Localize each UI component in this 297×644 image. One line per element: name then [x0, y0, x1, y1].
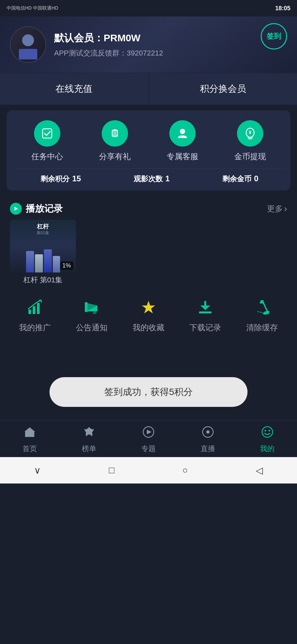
feature-icons: 任务中心 分享有礼 专属客服: [13, 120, 284, 162]
sys-back-btn[interactable]: ∨: [34, 465, 41, 476]
sys-nav: ∨ □ ○ ◁: [0, 457, 297, 483]
svg-marker-12: [15, 207, 18, 211]
live-icon: [202, 426, 214, 441]
svg-marker-32: [147, 430, 151, 434]
history-header: 播放记录 更多 ›: [0, 196, 297, 220]
gold-label-stat: 剩余金币0: [220, 174, 258, 184]
svg-rect-8: [112, 135, 118, 137]
favorite-icon: [140, 300, 157, 318]
sys-circle-btn[interactable]: ○: [182, 465, 188, 476]
feature-grid: 任务中心 分享有礼 专属客服: [7, 110, 290, 191]
feedback-label: APP测试交流反馈群：392072212: [54, 48, 287, 58]
svg-point-0: [22, 34, 34, 46]
svg-rect-21: [199, 311, 212, 313]
clear-icon: [254, 300, 270, 318]
status-bar: 中国电信HD 中国联通HD 18:05: [0, 0, 297, 17]
nav-bar: 首页 榜单 专题 直播: [0, 420, 297, 457]
task-icon: [41, 127, 54, 140]
gold-icon: ¥: [244, 127, 257, 140]
progress-badge-0: 1%: [60, 262, 73, 270]
nav-home-label: 首页: [22, 444, 37, 454]
service-label: 专属客服: [167, 151, 198, 162]
toast-container: 签到成功，获得5积分: [0, 367, 297, 420]
svg-point-9: [180, 129, 185, 134]
gold-label: 金币提现: [234, 151, 266, 162]
svg-text:¥: ¥: [249, 130, 251, 135]
feature-stats: 剩余积分15 观影次数1 剩余金币0: [13, 168, 284, 184]
notice-icon: [83, 300, 100, 318]
nav-home[interactable]: 首页: [22, 426, 37, 454]
notice-label: 公告通知: [76, 322, 108, 333]
mine-icon: [261, 426, 274, 441]
profile-area: 默认会员：PRM0W APP测试交流反馈群：392072212 签到: [0, 17, 297, 73]
nav-ranking-label: 榜单: [82, 444, 96, 454]
more-link[interactable]: 更多 ›: [267, 203, 287, 214]
menu-download[interactable]: 下载记录: [189, 300, 221, 333]
nav-live-label: 直播: [201, 444, 215, 454]
avatar-image: [13, 30, 43, 59]
checkin-button[interactable]: 签到: [261, 23, 287, 50]
task-label: 任务中心: [31, 151, 63, 162]
stat-gold: 剩余金币0: [220, 174, 258, 184]
play-icon: [10, 203, 22, 215]
nav-topic-label: 专题: [141, 444, 156, 454]
nav-mine[interactable]: 我的: [260, 426, 275, 454]
menu-clear[interactable]: 清除缓存: [246, 300, 278, 333]
svg-point-35: [262, 427, 273, 437]
avatar: [10, 26, 46, 63]
action-buttons: 在线充值 积分换会员: [0, 73, 297, 105]
stat-points: 剩余积分15: [39, 174, 81, 184]
svg-rect-24: [260, 300, 264, 302]
share-icon: [108, 127, 121, 140]
feature-gold[interactable]: ¥ 金币提现: [234, 120, 266, 162]
promote-label: 我的推广: [19, 322, 51, 333]
sys-home-btn[interactable]: □: [109, 465, 115, 476]
menu-notice[interactable]: 公告通知: [76, 300, 108, 333]
video-list: 杠杆 第01集 1% 杠杆 第01集: [0, 220, 297, 292]
video-title-0: 杠杆 第01集: [10, 275, 76, 285]
home-icon: [23, 426, 36, 441]
profile-info: 默认会员：PRM0W APP测试交流反馈群：392072212: [54, 31, 287, 58]
sys-close-btn[interactable]: ◁: [256, 465, 263, 476]
menu-favorite[interactable]: 我的收藏: [133, 300, 164, 333]
svg-point-36: [265, 430, 266, 432]
nav-mine-label: 我的: [260, 444, 275, 454]
nav-live[interactable]: 直播: [201, 426, 215, 454]
exchange-button[interactable]: 积分换会员: [149, 73, 297, 104]
nav-topic[interactable]: 专题: [141, 426, 156, 454]
views-label: 观影次数1: [132, 174, 170, 184]
video-card-0[interactable]: 杠杆 第01集 1% 杠杆 第01集: [10, 220, 76, 285]
svg-rect-3: [43, 129, 52, 138]
bottom-menu: 我的推广 公告通知 我的收藏 下载记录: [0, 292, 297, 341]
promote-icon: [27, 300, 43, 318]
recharge-button[interactable]: 在线充值: [0, 73, 148, 104]
avatar-wrap: [10, 26, 46, 63]
gold-icon-circle: ¥: [237, 120, 263, 147]
points-label: 剩余积分15: [39, 174, 81, 184]
video-thumb-0: 杠杆 第01集 1%: [10, 220, 76, 272]
nav-ranking[interactable]: 榜单: [82, 426, 96, 454]
status-carrier: 中国电信HD 中国联通HD: [7, 5, 58, 11]
svg-rect-15: [37, 303, 40, 314]
service-icon: [176, 127, 189, 140]
feature-service[interactable]: 专属客服: [167, 120, 198, 162]
menu-promote[interactable]: 我的推广: [19, 300, 51, 333]
download-label: 下载记录: [189, 322, 221, 333]
toast-message: 签到成功，获得5积分: [50, 377, 248, 407]
svg-rect-5: [113, 129, 117, 131]
svg-marker-23: [200, 305, 210, 310]
svg-rect-30: [28, 434, 31, 437]
feature-share[interactable]: 分享有礼: [99, 120, 131, 162]
svg-marker-17: [86, 303, 97, 311]
feature-task[interactable]: 任务中心: [31, 120, 63, 162]
clear-label: 清除缓存: [246, 322, 278, 333]
svg-rect-18: [85, 302, 87, 312]
favorite-label: 我的收藏: [133, 322, 164, 333]
task-icon-circle: [34, 120, 60, 147]
status-time: 18:05: [275, 5, 290, 12]
avatar-inner: [11, 27, 46, 62]
svg-marker-20: [142, 301, 155, 313]
svg-rect-2: [19, 49, 37, 59]
download-icon: [197, 300, 214, 318]
share-icon-circle: [102, 120, 128, 147]
